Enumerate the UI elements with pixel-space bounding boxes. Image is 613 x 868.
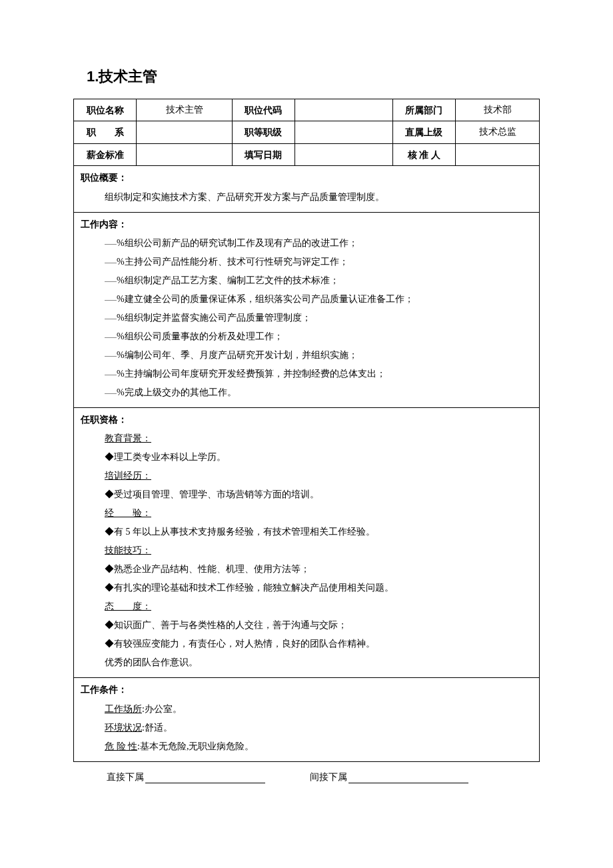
label-approver: 核 准 人 <box>392 143 455 165</box>
direct-subordinate-label: 直接下属 <box>107 771 144 783</box>
label-job-grade: 职等职级 <box>232 121 295 143</box>
indirect-subordinate-label: 间接下属 <box>310 771 347 783</box>
att-label: 态 度： <box>105 601 151 611</box>
skill-item: ◆有扎实的理论基础和技术工作经验，能独立解决产品使用相关问题。 <box>81 579 532 597</box>
table-row: 工作条件： 工作场所:办公室。 环境状况:舒适。 危 险 性:基本无危险,无职业… <box>74 678 540 761</box>
value-approver <box>456 143 540 165</box>
table-row: 工作内容： %组织公司新产品的研究试制工作及现有产品的改进工作；%主持公司产品性… <box>74 212 540 407</box>
work-title: 工作内容： <box>81 217 532 231</box>
work-item: %组织公司新产品的研究试制工作及现有产品的改进工作； <box>81 234 532 253</box>
edu-item: ◆理工类专业本科以上学历。 <box>81 448 532 467</box>
overview-body: 组织制定和实施技术方案、产品研究开发方案与产品质量管理制度。 <box>81 188 532 207</box>
section-qualification: 任职资格： 教育背景： ◆理工类专业本科以上学历。 培训经历： ◆受过项目管理、… <box>74 407 540 677</box>
work-item: %组织制定并监督实施公司产品质量管理制度； <box>81 309 532 327</box>
page-title: 1.技术主管 <box>73 67 540 87</box>
attitude-item: ◆知识面广、善于与各类性格的人交往，善于沟通与交际； <box>81 616 532 635</box>
value-position-name: 技术主管 <box>137 99 232 121</box>
label-fill-date: 填写日期 <box>232 143 295 165</box>
value-job-grade <box>295 121 393 143</box>
value-fill-date <box>295 143 393 165</box>
exp-item: ◆有 5 年以上从事技术支持服务经验，有技术管理相关工作经验。 <box>81 523 532 541</box>
label-supervisor: 直属上级 <box>392 121 455 143</box>
table-row: 职位名称 技术主管 职位代码 所属部门 技术部 <box>74 99 540 121</box>
table-row: 职位概要： 组织制定和实施技术方案、产品研究开发方案与产品质量管理制度。 <box>74 166 540 212</box>
work-item: %主持编制公司年度研究开发经费预算，并控制经费的总体支出； <box>81 365 532 383</box>
section-work: 工作内容： %组织公司新产品的研究试制工作及现有产品的改进工作；%主持公司产品性… <box>74 212 540 407</box>
train-label: 培训经历： <box>105 471 151 481</box>
exp-label: 经 验： <box>105 508 151 518</box>
cond-title: 工作条件： <box>81 682 532 697</box>
cond-danger: 危 险 性:基本无危险,无职业病危险。 <box>81 737 532 756</box>
section-overview: 职位概要： 组织制定和实施技术方案、产品研究开发方案与产品质量管理制度。 <box>74 166 540 212</box>
table-row: 任职资格： 教育背景： ◆理工类专业本科以上学历。 培训经历： ◆受过项目管理、… <box>74 407 540 677</box>
table-row: 薪金标准 填写日期 核 准 人 <box>74 143 540 165</box>
work-item: %完成上级交办的其他工作。 <box>81 383 532 402</box>
job-form-table: 职位名称 技术主管 职位代码 所属部门 技术部 职 系 职等职级 直属上级 技术… <box>73 99 540 762</box>
value-department: 技术部 <box>456 99 540 121</box>
label-salary: 薪金标准 <box>74 143 137 165</box>
value-salary <box>137 143 232 165</box>
table-row: 职 系 职等职级 直属上级 技术总监 <box>74 121 540 143</box>
work-item: %主持公司产品性能分析、技术可行性研究与评定工作； <box>81 253 532 271</box>
att-extra: 优秀的团队合作意识。 <box>81 653 532 672</box>
value-position-code <box>295 99 393 121</box>
work-item: %编制公司年、季、月度产品研究开发计划，并组织实施； <box>81 346 532 365</box>
skill-label: 技能技巧： <box>105 545 151 555</box>
skill-item: ◆熟悉企业产品结构、性能、机理、使用方法等； <box>81 560 532 579</box>
indirect-subordinate-line <box>348 783 468 783</box>
label-department: 所属部门 <box>392 99 455 121</box>
work-item: %建立健全公司的质量保证体系，组织落实公司产品质量认证准备工作； <box>81 290 532 309</box>
label-position-name: 职位名称 <box>74 99 137 121</box>
train-item: ◆受过项目管理、管理学、市场营销等方面的培训。 <box>81 485 532 504</box>
label-position-code: 职位代码 <box>232 99 295 121</box>
work-item: %组织制定产品工艺方案、编制工艺文件的技术标准； <box>81 271 532 290</box>
value-job-series <box>137 121 232 143</box>
value-supervisor: 技术总监 <box>456 121 540 143</box>
edu-label: 教育背景： <box>105 433 151 443</box>
label-job-series: 职 系 <box>74 121 137 143</box>
qual-title: 任职资格： <box>81 412 532 427</box>
work-item: %组织公司质量事故的分析及处理工作； <box>81 327 532 346</box>
cond-place: 工作场所:办公室。 <box>81 700 532 719</box>
section-conditions: 工作条件： 工作场所:办公室。 环境状况:舒适。 危 险 性:基本无危险,无职业… <box>74 678 540 761</box>
overview-title: 职位概要： <box>81 170 532 185</box>
cond-env: 环境状况:舒适。 <box>81 719 532 737</box>
footer: 直接下属 间接下属 <box>73 771 540 783</box>
direct-subordinate-line <box>145 783 265 783</box>
attitude-item: ◆有较强应变能力，有责任心，对人热情，良好的团队合作精神。 <box>81 635 532 653</box>
